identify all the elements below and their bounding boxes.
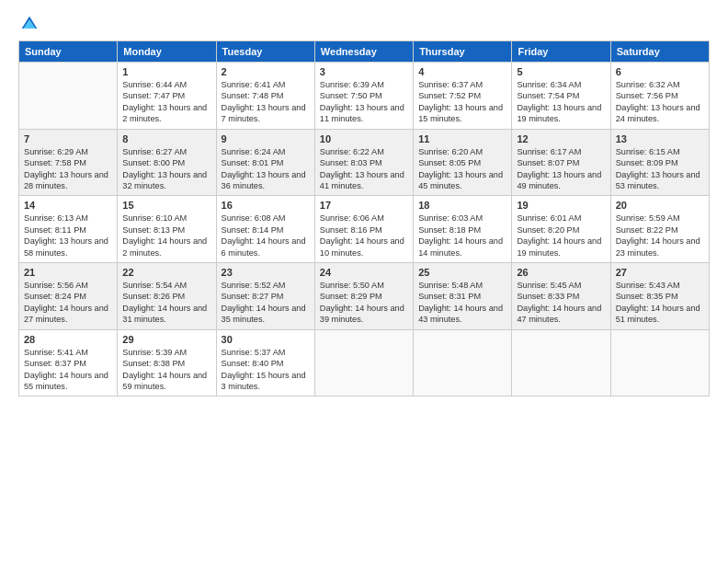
day-number: 17	[320, 200, 408, 211]
cell-info: Sunrise: 6:17 AMSunset: 8:07 PMDaylight:…	[517, 146, 605, 192]
cell-info: Sunrise: 6:01 AMSunset: 8:20 PMDaylight:…	[517, 213, 605, 259]
cell-info: Sunrise: 6:32 AMSunset: 7:56 PMDaylight:…	[616, 79, 704, 125]
calendar-cell: 30Sunrise: 5:37 AMSunset: 8:40 PMDayligh…	[216, 329, 314, 396]
day-number: 7	[24, 133, 112, 144]
day-number: 10	[320, 133, 408, 144]
calendar-cell: 28Sunrise: 5:41 AMSunset: 8:37 PMDayligh…	[19, 329, 118, 396]
calendar-cell: 10Sunrise: 6:22 AMSunset: 8:03 PMDayligh…	[314, 129, 413, 196]
cell-info: Sunrise: 6:39 AMSunset: 7:50 PMDaylight:…	[320, 79, 408, 125]
calendar-cell: 21Sunrise: 5:56 AMSunset: 8:24 PMDayligh…	[19, 263, 118, 330]
calendar-cell	[610, 329, 709, 396]
cell-info: Sunrise: 6:22 AMSunset: 8:03 PMDaylight:…	[320, 146, 408, 192]
calendar-cell: 11Sunrise: 6:20 AMSunset: 8:05 PMDayligh…	[414, 129, 512, 196]
calendar-week-row: 14Sunrise: 6:13 AMSunset: 8:11 PMDayligh…	[19, 196, 710, 263]
logo	[18, 15, 39, 33]
calendar-cell: 24Sunrise: 5:50 AMSunset: 8:29 PMDayligh…	[314, 263, 413, 330]
day-number: 14	[24, 200, 112, 211]
cell-info: Sunrise: 5:45 AMSunset: 8:33 PMDaylight:…	[517, 280, 605, 326]
day-number: 21	[24, 267, 112, 278]
cell-info: Sunrise: 6:34 AMSunset: 7:54 PMDaylight:…	[517, 79, 605, 125]
calendar-week-row: 21Sunrise: 5:56 AMSunset: 8:24 PMDayligh…	[19, 263, 710, 330]
day-number: 6	[616, 66, 704, 77]
column-header-saturday: Saturday	[610, 41, 709, 63]
cell-info: Sunrise: 6:24 AMSunset: 8:01 PMDaylight:…	[222, 146, 310, 192]
cell-info: Sunrise: 5:41 AMSunset: 8:37 PMDaylight:…	[24, 347, 112, 393]
page-header	[18, 15, 710, 33]
calendar-cell: 14Sunrise: 6:13 AMSunset: 8:11 PMDayligh…	[19, 196, 118, 263]
calendar-week-row: 7Sunrise: 6:29 AMSunset: 7:58 PMDaylight…	[19, 129, 710, 196]
day-number: 23	[222, 267, 310, 278]
day-number: 22	[122, 267, 210, 278]
cell-info: Sunrise: 5:39 AMSunset: 8:38 PMDaylight:…	[122, 347, 210, 393]
calendar-week-row: 1Sunrise: 6:44 AMSunset: 7:47 PMDaylight…	[19, 63, 710, 130]
column-header-sunday: Sunday	[19, 41, 118, 63]
cell-info: Sunrise: 5:52 AMSunset: 8:27 PMDaylight:…	[222, 280, 310, 326]
calendar-cell: 16Sunrise: 6:08 AMSunset: 8:14 PMDayligh…	[216, 196, 314, 263]
cell-info: Sunrise: 6:06 AMSunset: 8:16 PMDaylight:…	[320, 213, 408, 259]
calendar-cell: 6Sunrise: 6:32 AMSunset: 7:56 PMDaylight…	[610, 63, 709, 130]
cell-info: Sunrise: 5:48 AMSunset: 8:31 PMDaylight:…	[418, 280, 506, 326]
calendar-cell: 4Sunrise: 6:37 AMSunset: 7:52 PMDaylight…	[414, 63, 512, 130]
day-number: 18	[418, 200, 506, 211]
day-number: 4	[418, 66, 506, 77]
column-header-thursday: Thursday	[414, 41, 512, 63]
day-number: 28	[24, 334, 112, 345]
cell-info: Sunrise: 5:59 AMSunset: 8:22 PMDaylight:…	[616, 213, 704, 259]
day-number: 19	[517, 200, 605, 211]
day-number: 2	[222, 66, 310, 77]
cell-info: Sunrise: 6:15 AMSunset: 8:09 PMDaylight:…	[616, 146, 704, 192]
day-number: 5	[517, 66, 605, 77]
day-number: 11	[418, 133, 506, 144]
cell-info: Sunrise: 6:44 AMSunset: 7:47 PMDaylight:…	[122, 79, 210, 125]
cell-info: Sunrise: 6:27 AMSunset: 8:00 PMDaylight:…	[122, 146, 210, 192]
cell-info: Sunrise: 5:43 AMSunset: 8:35 PMDaylight:…	[616, 280, 704, 326]
cell-info: Sunrise: 5:37 AMSunset: 8:40 PMDaylight:…	[222, 347, 310, 393]
calendar-cell: 17Sunrise: 6:06 AMSunset: 8:16 PMDayligh…	[314, 196, 413, 263]
cell-info: Sunrise: 5:56 AMSunset: 8:24 PMDaylight:…	[24, 280, 112, 326]
calendar-cell: 23Sunrise: 5:52 AMSunset: 8:27 PMDayligh…	[216, 263, 314, 330]
cell-info: Sunrise: 6:41 AMSunset: 7:48 PMDaylight:…	[222, 79, 310, 125]
cell-info: Sunrise: 6:29 AMSunset: 7:58 PMDaylight:…	[24, 146, 112, 192]
calendar-cell: 22Sunrise: 5:54 AMSunset: 8:26 PMDayligh…	[118, 263, 216, 330]
calendar-cell: 19Sunrise: 6:01 AMSunset: 8:20 PMDayligh…	[512, 196, 610, 263]
day-number: 20	[616, 200, 704, 211]
day-number: 16	[222, 200, 310, 211]
calendar-week-row: 28Sunrise: 5:41 AMSunset: 8:37 PMDayligh…	[19, 329, 710, 396]
calendar-cell	[19, 63, 118, 130]
calendar-cell: 27Sunrise: 5:43 AMSunset: 8:35 PMDayligh…	[610, 263, 709, 330]
calendar-cell: 29Sunrise: 5:39 AMSunset: 8:38 PMDayligh…	[118, 329, 216, 396]
day-number: 15	[122, 200, 210, 211]
calendar-cell: 15Sunrise: 6:10 AMSunset: 8:13 PMDayligh…	[118, 196, 216, 263]
column-header-wednesday: Wednesday	[314, 41, 413, 63]
logo-icon	[20, 15, 39, 33]
cell-info: Sunrise: 6:37 AMSunset: 7:52 PMDaylight:…	[418, 79, 506, 125]
cell-info: Sunrise: 6:08 AMSunset: 8:14 PMDaylight:…	[222, 213, 310, 259]
column-header-tuesday: Tuesday	[216, 41, 314, 63]
day-number: 8	[122, 133, 210, 144]
column-header-monday: Monday	[118, 41, 216, 63]
day-number: 1	[122, 66, 210, 77]
calendar-cell	[512, 329, 610, 396]
day-number: 30	[222, 334, 310, 345]
calendar-cell: 5Sunrise: 6:34 AMSunset: 7:54 PMDaylight…	[512, 63, 610, 130]
calendar-cell: 18Sunrise: 6:03 AMSunset: 8:18 PMDayligh…	[414, 196, 512, 263]
calendar-header-row: SundayMondayTuesdayWednesdayThursdayFrid…	[19, 41, 710, 63]
day-number: 9	[222, 133, 310, 144]
calendar-cell: 20Sunrise: 5:59 AMSunset: 8:22 PMDayligh…	[610, 196, 709, 263]
calendar-table: SundayMondayTuesdayWednesdayThursdayFrid…	[18, 40, 710, 396]
day-number: 13	[616, 133, 704, 144]
day-number: 24	[320, 267, 408, 278]
calendar-cell: 25Sunrise: 5:48 AMSunset: 8:31 PMDayligh…	[414, 263, 512, 330]
day-number: 3	[320, 66, 408, 77]
cell-info: Sunrise: 6:03 AMSunset: 8:18 PMDaylight:…	[418, 213, 506, 259]
calendar-cell: 12Sunrise: 6:17 AMSunset: 8:07 PMDayligh…	[512, 129, 610, 196]
calendar-cell: 7Sunrise: 6:29 AMSunset: 7:58 PMDaylight…	[19, 129, 118, 196]
day-number: 25	[418, 267, 506, 278]
calendar-cell: 8Sunrise: 6:27 AMSunset: 8:00 PMDaylight…	[118, 129, 216, 196]
cell-info: Sunrise: 5:54 AMSunset: 8:26 PMDaylight:…	[122, 280, 210, 326]
calendar-cell	[314, 329, 413, 396]
day-number: 12	[517, 133, 605, 144]
day-number: 26	[517, 267, 605, 278]
day-number: 27	[616, 267, 704, 278]
calendar-cell: 26Sunrise: 5:45 AMSunset: 8:33 PMDayligh…	[512, 263, 610, 330]
